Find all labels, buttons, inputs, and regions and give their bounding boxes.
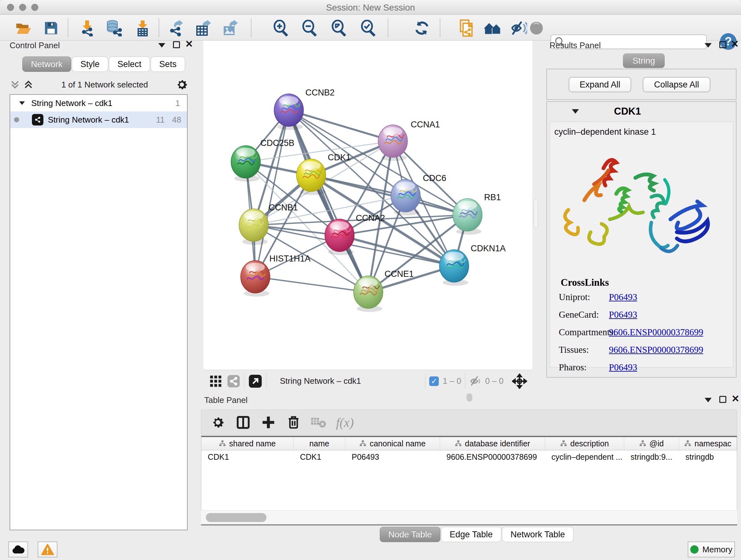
node-section-header[interactable]: CDK1: [547, 102, 736, 121]
show-graphics-details-icon[interactable]: [484, 20, 501, 37]
panel-float-icon[interactable]: [719, 41, 726, 48]
toolbar-separator: [251, 18, 252, 37]
collapse-all-icon[interactable]: [10, 79, 20, 90]
zoom-out-icon[interactable]: [301, 20, 318, 37]
clone-network-icon[interactable]: [458, 20, 475, 37]
detach-view-icon[interactable]: [248, 374, 262, 388]
table-bottom-border: [201, 524, 737, 525]
panel-float-icon[interactable]: [719, 396, 726, 403]
crosslink-link[interactable]: P06493: [609, 292, 637, 302]
cell-database-identifier[interactable]: 9606.ENSP00000378699: [440, 450, 545, 463]
export-image-icon[interactable]: [221, 20, 238, 37]
node-CDKN1A[interactable]: CDKN1A: [440, 244, 506, 286]
column-header-database-identifier[interactable]: database identifier: [440, 437, 545, 450]
open-session-icon[interactable]: [15, 20, 32, 37]
toolbar-separator: [425, 373, 425, 389]
cell-namespac[interactable]: stringdb: [679, 450, 737, 463]
grid-view-icon[interactable]: [209, 374, 222, 388]
panel-close-icon[interactable]: ✕: [185, 41, 193, 48]
node-label-CDK1: CDK1: [328, 152, 351, 162]
zoom-selected-icon[interactable]: [360, 20, 377, 37]
edge-HIST1H1A-CCNE1[interactable]: [255, 277, 368, 292]
section-collapse-icon[interactable]: [572, 109, 579, 114]
column-header-description[interactable]: description: [545, 437, 624, 450]
collapse-all-button[interactable]: Collapse All: [643, 77, 711, 92]
cloud-button[interactable]: [8, 542, 28, 557]
collection-expand-icon[interactable]: [19, 101, 25, 105]
function-builder-icon: f(x): [336, 415, 354, 430]
edge-CCNB2-HIST1H1A[interactable]: [255, 110, 289, 277]
cell-description[interactable]: cyclin–dependent ...: [545, 450, 624, 463]
network-canvas[interactable]: CCNB2CCNA1CDC25BCDK1CDC6RB1CCNB1CCNA2CDK…: [203, 41, 532, 370]
tab-string[interactable]: String: [623, 53, 665, 68]
column-header-namespac[interactable]: namespac: [679, 437, 737, 450]
panel-menu-icon[interactable]: [704, 398, 712, 402]
tab-network[interactable]: Network: [22, 57, 71, 72]
cell-canonical-name[interactable]: P06493: [345, 450, 440, 463]
import-network-database-icon[interactable]: [105, 20, 122, 37]
node-RB1[interactable]: RB1: [453, 192, 501, 235]
export-table-icon[interactable]: [195, 20, 211, 37]
network-edge-count: 48: [172, 115, 181, 125]
crosslink-link[interactable]: 9606.ENSP00000378699: [609, 327, 703, 337]
node-CDC6[interactable]: CDC6: [391, 173, 447, 215]
node-CCNE1[interactable]: CCNE1: [354, 269, 414, 312]
network-row[interactable]: String Network – cdk1 11 48: [10, 111, 187, 128]
show-columns-icon[interactable]: [236, 415, 251, 430]
warnings-button[interactable]: [38, 542, 57, 557]
network-collection-row[interactable]: String Network – cdk1 1: [10, 95, 187, 111]
hide-graphics-details-icon[interactable]: [511, 20, 527, 37]
zoom-in-icon[interactable]: [273, 20, 289, 37]
node-CCNB2[interactable]: CCNB2: [274, 88, 335, 130]
column-header-canonical-name[interactable]: canonical name: [345, 437, 440, 450]
expand-all-icon[interactable]: [23, 79, 34, 90]
import-network-file-icon[interactable]: [78, 20, 95, 37]
cell-name[interactable]: CDK1: [293, 450, 345, 463]
memory-button[interactable]: Memory: [688, 542, 735, 557]
apply-layout-icon[interactable]: [414, 20, 430, 37]
import-table-file-icon[interactable]: [135, 20, 151, 37]
panel-menu-icon[interactable]: [158, 43, 165, 48]
cell-shared-name[interactable]: CDK1: [201, 450, 293, 463]
memory-label: Memory: [702, 545, 732, 555]
selected-checkbox-icon[interactable]: ✓: [429, 376, 439, 386]
node-CCNA1[interactable]: CCNA1: [378, 120, 440, 161]
export-network-icon[interactable]: [167, 20, 184, 37]
collection-count: 1: [176, 98, 180, 108]
table-row[interactable]: CDK1CDK1P064939606.ENSP00000378699cyclin…: [201, 450, 737, 463]
table-hscrollbar-thumb[interactable]: [206, 513, 266, 522]
add-column-icon[interactable]: [261, 415, 275, 429]
table-hscrollbar[interactable]: [201, 510, 737, 524]
title-bar: Session: New Session: [0, 0, 741, 15]
tab-style[interactable]: Style: [72, 57, 108, 72]
hidden-eye-slash-icon[interactable]: [469, 375, 482, 388]
panel-float-icon[interactable]: [173, 41, 180, 48]
network-options-gear-icon[interactable]: [176, 78, 188, 91]
network-view-share-icon[interactable]: [227, 374, 240, 388]
crosslink-link[interactable]: P06493: [609, 362, 637, 373]
node-HIST1H1A[interactable]: HIST1H1A: [241, 254, 311, 297]
toolbar-separator: [465, 373, 465, 389]
tab-sets[interactable]: Sets: [151, 57, 185, 72]
birdseye-crosshair-icon[interactable]: [512, 374, 527, 389]
tab-select[interactable]: Select: [109, 57, 150, 72]
crosslink-link[interactable]: 9606.ENSP00000378699: [609, 345, 703, 355]
expand-all-button[interactable]: Expand All: [569, 77, 631, 92]
panel-close-icon[interactable]: ✕: [731, 41, 739, 48]
delete-column-trash-icon[interactable]: [287, 415, 300, 430]
side-splitter-handle[interactable]: [534, 199, 538, 228]
toggle-view-eye-icon[interactable]: [528, 20, 545, 37]
crosslink-link[interactable]: P06493: [609, 309, 637, 320]
control-panel-title: Control Panel: [10, 41, 60, 51]
column-header-shared-name[interactable]: shared name: [201, 437, 293, 450]
edge-CCNB2-CCNE1[interactable]: [289, 110, 368, 292]
column-header-@id[interactable]: @id: [624, 437, 679, 450]
save-session-icon[interactable]: [43, 20, 59, 37]
zoom-fit-icon[interactable]: [331, 20, 347, 37]
table-options-gear-icon[interactable]: [211, 415, 225, 429]
panel-close-icon[interactable]: ✕: [731, 395, 739, 402]
panel-menu-icon[interactable]: [704, 43, 712, 48]
column-header-name[interactable]: name: [293, 437, 345, 450]
network-view-title: String Network – cdk1: [280, 376, 361, 386]
cell-@id[interactable]: stringdb:9...: [624, 450, 679, 463]
